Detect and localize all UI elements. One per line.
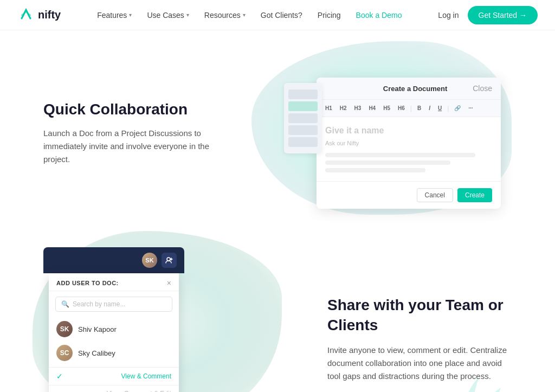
add-user-widget: SK ADD USER TO DOC: × 🔍 — [43, 247, 184, 392]
user-item[interactable]: SK Shiv Kapoor — [49, 317, 179, 341]
nav-features[interactable]: Features ▾ — [97, 11, 132, 20]
add-user-modal: ADD USER TO DOC: × 🔍 Search by name... S… — [49, 273, 179, 392]
doc-modal-header: Create a Document Close — [317, 78, 501, 100]
cancel-button[interactable]: Cancel — [417, 188, 453, 202]
avatar-initials: SK — [142, 253, 157, 268]
sidebar-item-fake — [288, 137, 318, 147]
check-icon: ✓ — [56, 372, 63, 381]
toolbar-more[interactable]: ··· — [466, 104, 475, 112]
toolbar-h5[interactable]: H5 — [381, 104, 392, 112]
section1-text: Quick Collaboration Launch a Doc from a … — [43, 101, 217, 166]
toolbar-h3[interactable]: H3 — [352, 104, 364, 112]
nav-right: Log in Get Started → — [438, 6, 538, 24]
user-plus-icon — [165, 256, 173, 264]
toolbar-h4[interactable]: H4 — [366, 104, 378, 112]
logo-text: nifty — [38, 9, 61, 21]
doc-header-bar: SK — [43, 247, 184, 273]
doc-modal-footer: Cancel Create — [317, 181, 501, 209]
nav-got-clients[interactable]: Got Clients? — [261, 11, 302, 20]
create-document-modal: Create a Document Close H1 H2 H3 H4 H5 H… — [317, 78, 501, 209]
close-icon[interactable]: × — [167, 279, 171, 287]
sidebar-item-active — [288, 101, 318, 111]
avatar-initials: SC — [56, 345, 73, 361]
toolbar-divider2: | — [447, 105, 449, 112]
doc-modal-title: Create a Document — [358, 85, 473, 93]
sidebar-item-fake — [288, 113, 318, 123]
permission-row-2[interactable]: View, Comment & Edit — [49, 385, 179, 392]
toolbar-underline[interactable]: U — [436, 104, 444, 112]
search-icon: 🔍 — [61, 300, 69, 308]
avatar-initials: SK — [56, 321, 73, 337]
doc-modal-body: Give it a name Ask our Nifty — [317, 117, 501, 181]
nav-book-demo[interactable]: Book a Demo — [356, 11, 402, 20]
user-avatar: SK — [142, 253, 157, 268]
placeholder-line — [325, 168, 425, 172]
section1-body: Launch a Doc from a Project Discussions … — [43, 127, 217, 166]
user-list: SK Shiv Kapoor SC Sky Calibey — [49, 315, 179, 367]
add-user-modal-title: ADD USER TO DOC: — [56, 280, 119, 286]
nav-resources[interactable]: Resources ▾ — [204, 11, 246, 20]
toolbar-divider: | — [410, 105, 412, 112]
chevron-down-icon: ▾ — [129, 12, 132, 18]
toolbar-h1[interactable]: H1 — [323, 104, 334, 112]
user-name: Shiv Kapoor — [78, 325, 117, 333]
add-user-modal-header: ADD USER TO DOC: × — [49, 273, 179, 291]
search-input-container[interactable]: 🔍 Search by name... — [55, 297, 172, 312]
close-icon[interactable]: Close — [473, 84, 492, 93]
user-name: Sky Calibey — [78, 349, 115, 357]
navbar: nifty Features ▾ Use Cases ▾ Resources ▾… — [0, 0, 555, 30]
quick-collaboration-section: Quick Collaboration Launch a Doc from a … — [0, 30, 555, 226]
add-user-icon-button[interactable] — [162, 253, 177, 268]
permission-view-comment-edit: View, Comment & Edit — [107, 390, 171, 392]
permission-row-1[interactable]: ✓ View & Comment — [49, 367, 179, 385]
placeholder-line — [325, 160, 450, 165]
search-input[interactable]: Search by name... — [73, 300, 166, 308]
svg-point-0 — [167, 258, 170, 261]
sidebar-item-fake — [288, 89, 318, 99]
user-avatar-sky: SC — [56, 345, 73, 361]
fake-sidebar — [284, 83, 322, 153]
user-avatar-shiv: SK — [56, 321, 73, 337]
chevron-down-icon: ▾ — [186, 12, 189, 18]
section1-ui: Create a Document Close H1 H2 H3 H4 H5 H… — [284, 67, 512, 200]
doc-ask-placeholder: Ask our Nifty — [325, 140, 492, 146]
placeholder-line — [325, 153, 475, 157]
nav-links: Features ▾ Use Cases ▾ Resources ▾ Got C… — [97, 11, 402, 20]
logo[interactable]: nifty — [17, 7, 61, 24]
logo-icon — [17, 7, 35, 24]
get-started-button[interactable]: Get Started → — [468, 6, 538, 24]
section2-heading: Share with your Team or Clients — [327, 295, 512, 335]
permission-view-comment: View & Comment — [121, 372, 171, 380]
doc-name-placeholder: Give it a name — [325, 126, 492, 136]
section2-text: Share with your Team or Clients Invite a… — [327, 295, 512, 383]
doc-toolbar: H1 H2 H3 H4 H5 H6 | B I U | 🔗 ··· — [317, 100, 501, 117]
toolbar-link[interactable]: 🔗 — [452, 104, 463, 112]
toolbar-italic[interactable]: I — [427, 104, 433, 112]
chevron-down-icon: ▾ — [243, 12, 246, 18]
nav-pricing[interactable]: Pricing — [318, 11, 341, 20]
user-item[interactable]: SC Sky Calibey — [49, 341, 179, 365]
sidebar-item-fake — [288, 125, 318, 135]
section2-body: Invite anyone to view, comment or edit. … — [327, 344, 512, 383]
add-user-container: SK ADD USER TO DOC: × 🔍 — [43, 247, 184, 392]
toolbar-bold[interactable]: B — [415, 104, 423, 112]
toolbar-h2[interactable]: H2 — [338, 104, 349, 112]
login-button[interactable]: Log in — [438, 11, 459, 20]
section1-heading: Quick Collaboration — [43, 101, 217, 118]
share-section: SK ADD USER TO DOC: × 🔍 — [0, 226, 555, 392]
nav-use-cases[interactable]: Use Cases ▾ — [147, 11, 189, 20]
toolbar-h6[interactable]: H6 — [396, 104, 407, 112]
create-button[interactable]: Create — [457, 188, 492, 202]
